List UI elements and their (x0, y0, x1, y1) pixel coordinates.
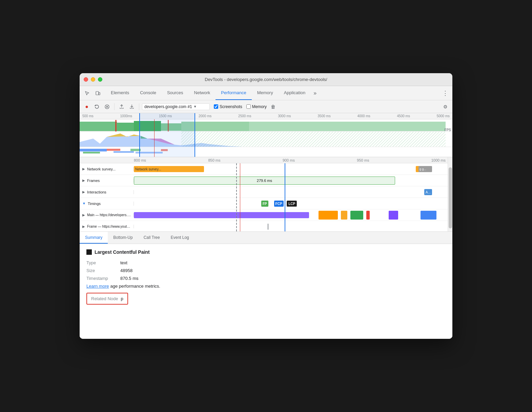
timestamp-row: Timestamp 870.5 ms (86, 276, 446, 281)
minimize-button[interactable] (91, 77, 95, 82)
tab-console[interactable]: Console (135, 86, 162, 100)
svg-rect-20 (83, 152, 100, 153)
interactions-row[interactable]: ▶ Interactions A... (80, 186, 452, 198)
timeline-overview[interactable]: 500 ms 1000ms 1500 ms 2000 ms 2500 ms 30… (80, 113, 452, 157)
lcp-badge: LCP (287, 201, 297, 207)
selection-region[interactable] (139, 113, 195, 157)
main-label: ▶ Main — https://developers.google.com/w… (80, 213, 134, 217)
settings-button[interactable]: ⚙ (441, 103, 450, 111)
size-value: 48958 (120, 268, 132, 273)
window-title: DevTools - developers.google.com/web/too… (205, 77, 327, 82)
main-yellow-block (341, 211, 347, 220)
top-tabs-bar: Elements Console Sources Network Perform… (80, 86, 452, 100)
tab-network[interactable]: Network (189, 86, 216, 100)
tab-elements[interactable]: Elements (105, 86, 135, 100)
interactions-label: ▶ Interactions (80, 190, 134, 194)
devtools-menu-button[interactable]: ⋮ (441, 89, 450, 97)
svg-rect-17 (181, 132, 446, 147)
tab-call-tree[interactable]: Call Tree (138, 232, 165, 244)
interactions-expand-icon[interactable]: ▶ (82, 190, 85, 194)
description-link[interactable]: Learn more (86, 284, 109, 289)
upload-button[interactable] (117, 102, 126, 111)
svg-rect-22 (114, 151, 134, 153)
svg-rect-6 (117, 123, 134, 131)
clear-button[interactable] (103, 102, 111, 111)
device-toggle-icon[interactable] (93, 88, 103, 98)
related-node-box[interactable]: Related Node p (86, 293, 128, 305)
cpu-track: CPU (80, 132, 452, 147)
tab-performance[interactable]: Performance (216, 86, 251, 100)
size-row: Size 48958 (86, 268, 446, 273)
cursor-icon[interactable] (82, 88, 92, 98)
frame-content[interactable] (134, 221, 452, 232)
screenshots-checkbox-label[interactable]: Screenshots (214, 104, 242, 109)
tab-application[interactable]: Application (279, 86, 311, 100)
record-button[interactable]: ● (82, 102, 91, 111)
scrollbar-thumb[interactable] (449, 167, 452, 228)
tab-memory[interactable]: Memory (252, 86, 279, 100)
overview-ruler: 500 ms 1000ms 1500 ms 2000 ms 2500 ms 30… (80, 113, 452, 119)
toolbar-divider-2 (139, 103, 139, 110)
timings-content[interactable]: FP FCP LCP (134, 198, 452, 209)
timings-expand-icon[interactable]: ▼ (82, 202, 86, 205)
performance-toolbar: ● (80, 100, 452, 113)
detail-timeline[interactable]: 800 ms 850 ms 900 ms 950 ms 1000 ms ▶ Ne (80, 157, 452, 232)
timings-row[interactable]: ▼ Timings FP FCP LCP (80, 198, 452, 209)
main-row[interactable]: ▶ Main — https://developers.google.com/w… (80, 209, 452, 221)
main-content[interactable] (134, 209, 452, 221)
frame-label: ▶ Frame — https://www.youtube.com/embed/… (80, 225, 134, 228)
detail-ruler: 800 ms 850 ms 900 ms 950 ms 1000 ms (80, 157, 452, 163)
close-button[interactable] (84, 77, 88, 82)
memory-checkbox-label[interactable]: Memory (246, 104, 267, 109)
svg-rect-10 (249, 122, 446, 131)
related-node-label: Related Node (91, 296, 118, 301)
frames-content[interactable]: 279.6 ms (134, 175, 452, 186)
fps-label: FPS (445, 128, 451, 132)
timing-red-line (240, 163, 240, 231)
lcp-title-icon (86, 249, 92, 255)
overview-red-line (154, 119, 155, 157)
type-row: Type text (86, 260, 446, 265)
frame-expand-icon[interactable]: ▶ (82, 225, 85, 228)
interactions-content[interactable]: A... (134, 186, 452, 198)
devtools-body: Elements Console Sources Network Perform… (80, 86, 452, 339)
frame-row[interactable]: ▶ Frame — https://www.youtube.com/embed/… (80, 221, 452, 232)
reload-profile-button[interactable] (93, 102, 101, 111)
url-selector[interactable]: developers.google.com #1 ▼ (142, 103, 210, 110)
tab-summary[interactable]: Summary (80, 232, 108, 244)
svg-rect-1 (99, 92, 100, 95)
svg-rect-19 (80, 149, 107, 151)
download-button[interactable] (127, 102, 136, 111)
checkbox-group: Screenshots Memory 🗑 (214, 104, 275, 109)
more-tabs-button[interactable]: » (311, 86, 319, 100)
frames-expand-icon[interactable]: ▶ (82, 179, 85, 182)
frames-row[interactable]: ▶ Frames 279.6 ms (80, 175, 452, 186)
main-text: Main — https://developers.google.com/web… (87, 213, 131, 217)
fp-badge: FP (261, 201, 268, 207)
main-expand-icon[interactable]: ▶ (82, 213, 85, 217)
trash-button[interactable]: 🗑 (271, 104, 275, 109)
maximize-button[interactable] (98, 77, 102, 82)
related-node-container: Related Node p (86, 293, 446, 305)
tab-sources[interactable]: Sources (162, 86, 189, 100)
traffic-lights (84, 77, 102, 82)
tab-bottom-up[interactable]: Bottom-Up (108, 232, 138, 244)
tabs-list: Elements Console Sources Network Perform… (105, 86, 438, 100)
screenshots-checkbox[interactable] (214, 104, 218, 109)
network-expand-icon[interactable]: ▶ (82, 167, 85, 171)
timings-label: ▼ Timings (80, 202, 134, 206)
devtools-window: DevTools - developers.google.com/web/too… (80, 73, 452, 339)
tab-event-log[interactable]: Event Log (165, 232, 195, 244)
network-survey-row[interactable]: ▶ Network survey... Network survey... g … (80, 163, 452, 175)
toolbar-divider-1 (114, 103, 115, 110)
main-red-block (366, 211, 369, 220)
detail-ruler-marks: 800 ms 850 ms 900 ms 950 ms 1000 ms (134, 158, 452, 162)
timeline-scrollbar[interactable] (448, 157, 452, 231)
frame-text: Frame — https://www.youtube.com/embed/G_… (87, 225, 131, 228)
network-survey-text: Network survey... (87, 167, 116, 171)
network-survey-label: ▶ Network survey... (80, 167, 134, 171)
memory-checkbox[interactable] (246, 104, 251, 109)
main-blue-block (421, 211, 436, 220)
network-survey-content[interactable]: Network survey... g g... (134, 163, 452, 174)
network-bar-small-2: g g... (418, 166, 432, 172)
